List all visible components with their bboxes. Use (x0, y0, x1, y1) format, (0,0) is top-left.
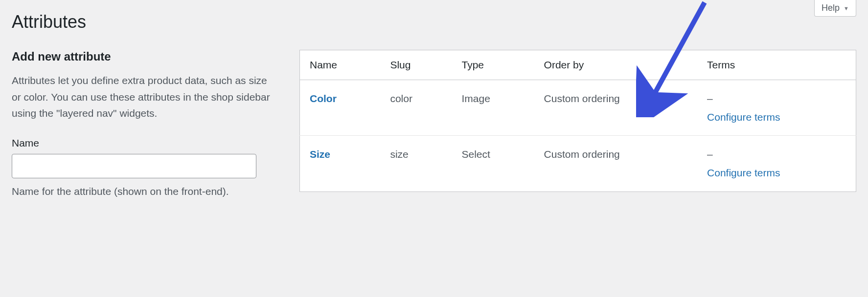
name-field-help: Name for the attribute (shown on the fro… (12, 183, 276, 200)
col-terms: Terms (697, 50, 856, 80)
configure-terms-link[interactable]: Configure terms (707, 167, 780, 178)
attribute-name-link[interactable]: Color (310, 93, 337, 104)
chevron-down-icon: ▼ (844, 5, 849, 11)
attributes-table: Name Slug Type Order by Terms Color colo… (299, 50, 856, 192)
attribute-orderby: Custom ordering (534, 80, 698, 136)
help-toggle-button[interactable]: Help ▼ (814, 0, 856, 17)
terms-placeholder: – (707, 90, 846, 107)
col-slug: Slug (380, 50, 452, 80)
attribute-slug: size (380, 136, 452, 191)
form-description: Attributes let you define extra product … (12, 72, 276, 122)
attribute-type: Image (452, 80, 534, 136)
col-name: Name (300, 50, 381, 80)
table-row: Size size Select Custom ordering – Confi… (300, 136, 856, 191)
name-input[interactable] (12, 154, 256, 178)
col-order-by: Order by (534, 50, 698, 80)
attribute-name-link[interactable]: Size (310, 148, 330, 160)
attribute-orderby: Custom ordering (534, 136, 698, 191)
help-label: Help (822, 3, 840, 13)
configure-terms-link[interactable]: Configure terms (707, 111, 780, 123)
form-heading: Add new attribute (12, 50, 276, 64)
add-attribute-form: Add new attribute Attributes let you def… (12, 50, 276, 199)
attribute-type: Select (452, 136, 534, 191)
page-title: Attributes (12, 12, 856, 32)
table-row: Color color Image Custom ordering – Conf… (300, 80, 856, 136)
attribute-slug: color (380, 80, 452, 136)
col-type: Type (452, 50, 534, 80)
name-field-label: Name (12, 137, 276, 149)
terms-placeholder: – (707, 146, 846, 163)
